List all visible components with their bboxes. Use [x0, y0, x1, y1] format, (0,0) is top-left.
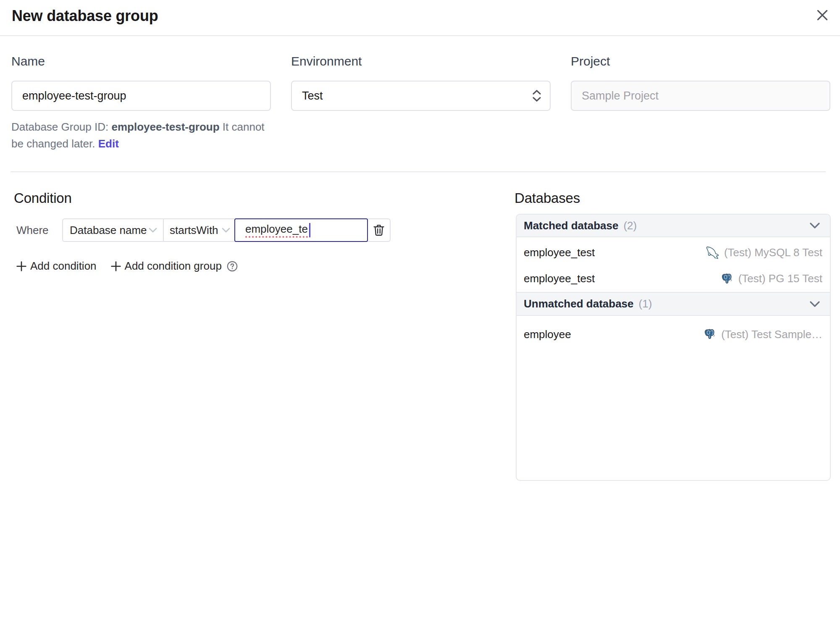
add-condition-group-button[interactable]: Add condition group	[111, 260, 222, 273]
condition-value-input[interactable]: employee_te	[234, 218, 368, 242]
add-condition-button[interactable]: Add condition	[16, 260, 97, 273]
form-section: Name Database Group ID: employee-test-gr…	[0, 36, 840, 152]
matched-database-title: Matched database	[524, 219, 618, 232]
chevron-down-icon	[149, 228, 157, 233]
database-name: employee_test	[524, 246, 595, 259]
plus-icon	[111, 261, 121, 271]
database-name: employee	[524, 328, 571, 341]
chevron-down-icon	[810, 223, 820, 228]
condition-operator-value: startsWith	[170, 224, 218, 237]
unmatched-database-title: Unmatched database	[524, 297, 634, 310]
project-input	[571, 81, 830, 111]
unmatched-database-header[interactable]: Unmatched database (1)	[517, 292, 830, 316]
postgresql-icon	[704, 328, 716, 341]
databases-panel: Matched database (2) employee_test (Test…	[516, 214, 831, 481]
condition-actions: Add condition Add condition group	[16, 260, 516, 273]
condition-factor-select[interactable]: Database name	[62, 218, 163, 242]
group-id-value: employee-test-group	[111, 121, 219, 133]
add-condition-label: Add condition	[30, 260, 97, 273]
project-label: Project	[571, 51, 830, 71]
database-row[interactable]: employee (Test) Test Sample…	[517, 321, 830, 348]
chevron-down-icon	[222, 228, 230, 233]
matched-database-header[interactable]: Matched database (2)	[517, 215, 830, 237]
name-input[interactable]	[11, 81, 271, 111]
condition-section: Condition Where Database name startsWith…	[15, 186, 516, 273]
environment-value: Test	[302, 89, 323, 102]
postgresql-icon	[721, 273, 733, 285]
databases-heading: Databases	[514, 186, 831, 210]
databases-section: Databases Matched database (2) employee_…	[516, 186, 831, 481]
project-field-group: Project	[571, 51, 830, 152]
close-button[interactable]	[816, 8, 829, 22]
matched-database-count: (2)	[623, 219, 637, 232]
name-label: Name	[11, 51, 271, 71]
database-instance-label: (Test) PG 15 Test	[738, 272, 822, 285]
add-condition-group-label: Add condition group	[125, 260, 222, 273]
database-instance-label: (Test) Test Sample…	[721, 328, 822, 341]
environment-field-group: Environment Test	[291, 51, 551, 152]
condition-operator-select[interactable]: startsWith	[163, 218, 234, 242]
edit-link[interactable]: Edit	[98, 137, 119, 150]
chevron-down-icon	[810, 301, 820, 307]
unmatched-database-count: (1)	[639, 297, 652, 310]
database-instance: (Test) PG 15 Test	[721, 272, 822, 285]
environment-select[interactable]: Test	[291, 81, 551, 111]
name-field-group: Name Database Group ID: employee-test-gr…	[11, 51, 271, 152]
database-instance: (Test) MySQL 8 Test	[706, 246, 822, 259]
close-icon	[817, 10, 828, 21]
mysql-icon	[706, 246, 719, 259]
help-icon[interactable]	[227, 261, 238, 272]
trash-icon	[373, 224, 384, 236]
environment-label: Environment	[291, 51, 551, 71]
condition-group: Database name startsWith employee_te	[62, 218, 391, 242]
database-row[interactable]: employee_test (Test) PG 15 Test	[517, 266, 830, 292]
database-row[interactable]: employee_test (Test) MySQL 8 Test	[517, 239, 830, 266]
group-id-hint-prefix: Database Group ID:	[11, 121, 111, 133]
condition-heading: Condition	[14, 186, 516, 210]
chevron-up-down-icon	[532, 89, 542, 102]
text-caret	[309, 223, 310, 237]
database-name: employee_test	[524, 272, 595, 285]
dialog-header: New database group	[0, 0, 840, 36]
lower-section: Condition Where Database name startsWith…	[0, 172, 840, 481]
condition-factor-value: Database name	[70, 224, 147, 237]
delete-condition-button[interactable]	[368, 218, 391, 242]
dialog-title: New database group	[12, 4, 828, 28]
database-instance-label: (Test) MySQL 8 Test	[724, 246, 822, 259]
condition-row: Where Database name startsWith employee_…	[15, 218, 516, 242]
where-label: Where	[16, 224, 62, 237]
plus-icon	[16, 261, 26, 271]
group-id-hint: Database Group ID: employee-test-group I…	[11, 118, 271, 152]
database-instance: (Test) Test Sample…	[704, 328, 822, 341]
condition-value-text: employee_te	[245, 223, 308, 238]
